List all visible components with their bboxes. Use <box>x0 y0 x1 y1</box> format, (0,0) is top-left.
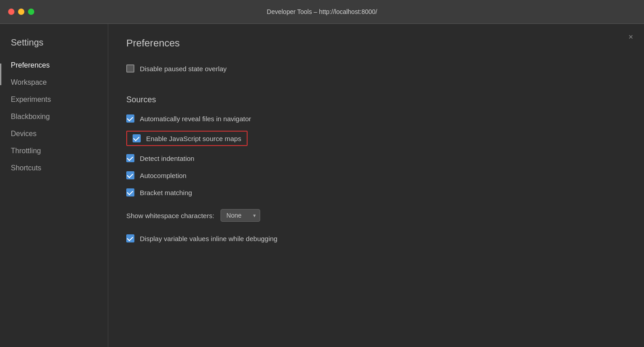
checkbox-row-autocompletion: Autocompletion <box>126 169 626 182</box>
titlebar: Developer Tools – http://localhost:8000/ <box>0 0 644 23</box>
maximize-window-button[interactable] <box>28 9 34 15</box>
window-title: Developer Tools – http://localhost:8000/ <box>267 8 377 15</box>
checkbox-row-display-variable: Display variable values inline while deb… <box>126 232 626 245</box>
checkbox-label-bracket-matching: Bracket matching <box>140 189 192 196</box>
settings-panel: × Preferences Disable paused state overl… <box>108 24 644 347</box>
checkbox-detect-indentation[interactable] <box>126 154 134 162</box>
checkbox-bracket-matching[interactable] <box>126 188 134 196</box>
panel-close-button[interactable]: × <box>625 31 637 44</box>
checkbox-autocompletion[interactable] <box>126 171 134 179</box>
checkbox-label-display-variable-values: Display variable values inline while deb… <box>140 235 277 242</box>
checkbox-row-js-source-maps-highlighted: Enable JavaScript source maps <box>126 131 248 146</box>
sidebar-item-shortcuts[interactable]: Shortcuts <box>0 160 108 177</box>
window-controls <box>8 9 34 15</box>
checkbox-row-disable-paused-overlay: Disable paused state overlay <box>126 62 626 75</box>
sidebar-active-indicator <box>0 64 1 85</box>
checkbox-row-auto-reveal: Automatically reveal files in navigator <box>126 112 626 125</box>
whitespace-label: Show whitespace characters: <box>126 212 214 219</box>
checkbox-disable-paused-overlay[interactable] <box>126 64 134 73</box>
sidebar-item-blackboxing[interactable]: Blackboxing <box>0 108 108 125</box>
sidebar-item-workspace[interactable]: Workspace <box>0 74 108 91</box>
checkbox-label-js-source-maps: Enable JavaScript source maps <box>146 135 241 142</box>
sidebar-heading: Settings <box>0 33 108 57</box>
panel-title: Preferences <box>126 37 626 49</box>
main-content: Settings Preferences Workspace Experimen… <box>0 23 644 347</box>
checkbox-display-variable-values[interactable] <box>126 234 134 242</box>
sources-section-heading: Sources <box>126 95 626 105</box>
checkbox-label-auto-reveal-files: Automatically reveal files in navigator <box>140 115 251 123</box>
checkbox-label-detect-indentation: Detect indentation <box>140 155 194 162</box>
whitespace-row: Show whitespace characters: None All Tra… <box>126 206 626 224</box>
sidebar-item-preferences[interactable]: Preferences <box>0 57 108 74</box>
checkbox-label-disable-paused-overlay: Disable paused state overlay <box>140 65 227 73</box>
spacer-1 <box>126 79 626 84</box>
checkbox-auto-reveal-files[interactable] <box>126 114 134 123</box>
checkbox-label-autocompletion: Autocompletion <box>140 172 186 179</box>
minimize-window-button[interactable] <box>18 9 24 15</box>
sidebar-item-throttling[interactable]: Throttling <box>0 142 108 160</box>
whitespace-select-wrapper: None All Trailing <box>221 209 260 222</box>
close-window-button[interactable] <box>8 9 14 15</box>
sidebar: Settings Preferences Workspace Experimen… <box>0 24 108 347</box>
checkbox-row-bracket-matching: Bracket matching <box>126 186 626 199</box>
sidebar-item-devices[interactable]: Devices <box>0 125 108 142</box>
whitespace-select[interactable]: None All Trailing <box>221 209 260 222</box>
checkbox-row-detect-indentation: Detect indentation <box>126 151 626 165</box>
checkbox-enable-js-source-maps[interactable] <box>133 134 141 142</box>
sidebar-item-experiments[interactable]: Experiments <box>0 91 108 108</box>
